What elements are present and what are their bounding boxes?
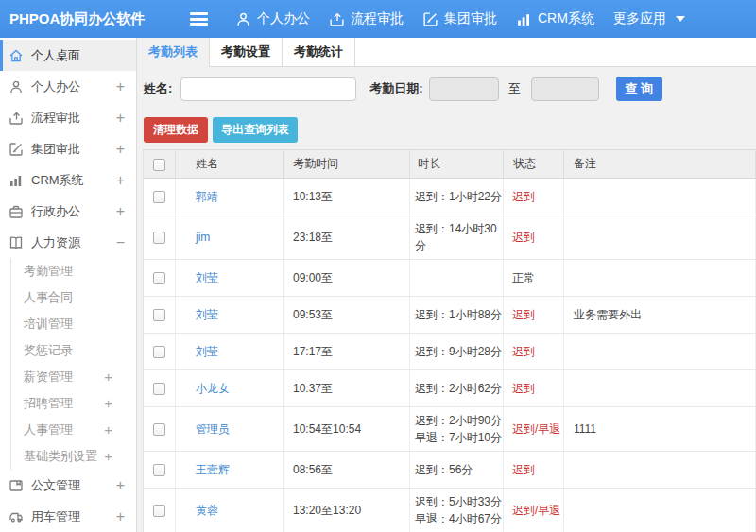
expand-plus-icon[interactable]: + [116,196,125,227]
sidebar-subitem-招聘管理[interactable]: 招聘管理+ [11,390,136,417]
expand-plus-icon[interactable]: + [104,364,112,390]
row-checkbox[interactable] [153,464,165,476]
row-checkbox[interactable] [153,191,165,203]
cell-remark [564,179,756,215]
expand-plus-icon[interactable]: + [104,390,112,417]
tab-考勤设置[interactable]: 考勤设置 [210,38,283,67]
cell-remark [564,334,756,370]
duration-line: 迟到：56分 [415,461,503,478]
date-from-input[interactable] [429,77,499,101]
row-checkbox-cell [144,297,176,334]
export-list-button[interactable]: 导出查询列表 [213,117,298,143]
expand-plus-icon[interactable]: + [116,133,125,164]
cell-status: 迟到/早退 [504,489,564,532]
row-checkbox[interactable] [153,346,165,358]
sidebar-item-流程审批[interactable]: 流程审批+ [0,102,136,133]
cell-duration: 迟到：1小时88分 [410,297,504,334]
row-checkbox[interactable] [153,383,165,395]
cell-name: jim [176,215,284,260]
sidebar-item-用车管理[interactable]: 用车管理+ [0,501,136,532]
collapse-minus-icon[interactable]: − [116,227,125,258]
name-filter-label: 姓名: [144,80,172,97]
name-link[interactable]: 王壹辉 [196,463,230,476]
row-checkbox[interactable] [153,272,165,284]
cell-remark [564,370,756,407]
table-body: 郭靖10:13至迟到：1小时22分迟到jim23:18至迟到：14小时30分迟到… [144,179,756,532]
name-link[interactable]: 刘莹 [196,308,218,321]
expand-plus-icon[interactable]: + [116,102,125,133]
menu-toggle-icon[interactable] [190,12,208,26]
cell-name: 王壹辉 [176,452,284,489]
user-icon [235,11,251,27]
tab-考勤列表[interactable]: 考勤列表 [137,38,210,67]
duration-line: 早退：7小时10分 [415,429,503,446]
chart-icon [9,173,24,188]
topbar-nav-item-集团审批[interactable]: 集团审批 [422,10,497,27]
select-all-checkbox[interactable] [153,159,165,171]
sidebar-subitem-基础类别设置[interactable]: 基础类别设置+ [11,443,136,470]
sidebar-subitem-培训管理[interactable]: 培训管理 [11,311,136,337]
name-link[interactable]: 黄蓉 [196,504,218,517]
date-to-input[interactable] [531,77,599,101]
cell-status: 迟到 [504,297,564,334]
sidebar-item-CRM系统[interactable]: CRM系统+ [0,164,136,196]
cell-name: 刘莹 [176,334,284,370]
sidebar-item-人力资源[interactable]: 人力资源− [0,227,136,258]
home-icon [9,48,24,63]
table-row: 刘莹09:00至正常 [144,260,756,297]
row-checkbox[interactable] [153,505,165,517]
sidebar-subitem-label: 基础类别设置 [24,448,97,465]
sidebar-item-集团审批[interactable]: 集团审批+ [0,133,136,164]
tab-考勤统计[interactable]: 考勤统计 [283,38,355,67]
main-layout: 个人桌面个人办公+流程审批+集团审批+CRM系统+行政办公+人力资源−考勤管理人… [0,38,756,532]
sidebar-item-个人办公[interactable]: 个人办公+ [0,71,136,102]
user-icon [9,79,24,94]
name-link[interactable]: jim [196,231,210,244]
name-link[interactable]: 小龙女 [196,382,230,395]
row-checkbox[interactable] [153,232,165,244]
expand-plus-icon[interactable]: + [116,470,125,501]
sidebar-subitem-奖惩记录[interactable]: 奖惩记录 [11,337,136,364]
expand-plus-icon[interactable]: + [104,443,112,470]
table-header-row: 姓名 考勤时间 时长 状态 备注 [144,150,756,179]
expand-plus-icon[interactable]: + [116,501,125,532]
name-link[interactable]: 管理员 [196,422,230,436]
search-button[interactable]: 查 询 [616,77,662,101]
sidebar-subitem-人事管理[interactable]: 人事管理+ [11,417,136,443]
topbar-nav-item-个人办公[interactable]: 个人办公 [235,10,310,27]
expand-plus-icon[interactable]: + [116,164,125,196]
row-checkbox-cell [144,334,176,370]
sidebar-item-label: 行政办公 [31,203,80,220]
expand-plus-icon[interactable]: + [104,417,112,443]
row-checkbox[interactable] [153,309,165,321]
table-row: 刘莹17:17至迟到：9小时28分迟到 [144,334,756,370]
sidebar-subitem-薪资管理[interactable]: 薪资管理+ [11,364,136,390]
topbar-nav-item-更多应用[interactable]: 更多应用 [613,10,685,27]
topbar-nav-item-流程审批[interactable]: 流程审批 [329,10,404,27]
name-link[interactable]: 刘莹 [196,345,218,358]
cell-status: 迟到 [504,370,564,407]
cell-duration: 迟到：2小时62分 [410,370,504,407]
name-link[interactable]: 郭靖 [196,190,218,203]
name-link[interactable]: 刘莹 [196,271,218,284]
clear-data-button[interactable]: 清理数据 [144,117,208,143]
sidebar-subitem-人事合同[interactable]: 人事合同 [11,284,136,311]
sidebar-subitem-label: 考勤管理 [24,263,73,280]
duration-line: 迟到：1小时88分 [415,306,503,323]
status-badge: 迟到 [512,308,535,321]
sidebar-item-行政办公[interactable]: 行政办公+ [0,196,136,227]
book-icon [9,235,24,250]
row-checkbox[interactable] [153,423,165,436]
topbar-nav-item-CRM系统[interactable]: CRM系统 [516,10,594,27]
cell-remark [564,215,756,260]
briefcase-icon [9,204,24,219]
nav-item-label: CRM系统 [538,10,594,27]
edit-icon [9,142,24,157]
status-badge: 正常 [512,271,535,284]
sidebar-item-个人桌面[interactable]: 个人桌面 [0,40,136,71]
name-filter-input[interactable] [180,77,356,101]
cell-status: 迟到 [504,215,564,260]
sidebar-subitem-考勤管理[interactable]: 考勤管理 [11,258,136,284]
sidebar-item-公文管理[interactable]: 公文管理+ [0,470,136,501]
expand-plus-icon[interactable]: + [116,71,125,102]
